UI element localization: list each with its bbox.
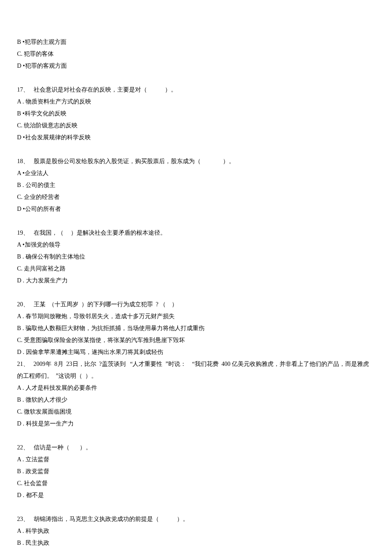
q17-option-c: C. 统治阶级意志的反映 — [17, 120, 375, 132]
q18-option-c: C. 企业的经营者 — [17, 191, 375, 203]
q18-option-b: B . 公司的债主 — [17, 179, 375, 191]
q17-stem: 17、 社会意识是对社会存在的反映，主要是对（ ）。 — [17, 84, 375, 96]
q17-option-a: A . 物质资料生产方式的反映 — [17, 96, 375, 108]
question-16-partial: B •犯罪的主观方面 C. 犯罪的客体 D •犯罪的客观方面 — [17, 36, 375, 72]
q16-option-d: D •犯罪的客观方面 — [17, 60, 375, 72]
question-19: 19、 在我国，（ ）是解决社会主要矛盾的根本途径。 A •加强党的领导 B .… — [17, 227, 375, 287]
question-23: 23、 胡锦涛指出，马克思主义执政党成功的前提是（ ）。 A . 科学执政 B … — [17, 513, 375, 549]
q18-option-a: A •企业法人 — [17, 167, 375, 179]
q23-option-a: A . 科学执政 — [17, 525, 375, 537]
q20-option-d: D . 因偷拿苹果遭摊主喝骂，遂掏出水果刀将其刺成轻伤 — [17, 346, 375, 358]
question-21: 21、 2009年 8月 23日，比尔 ?盖茨谈到 “人才重要性 ”时说： “我… — [17, 358, 375, 430]
spacer — [17, 287, 375, 299]
q21-stem: 21、 2009年 8月 23日，比尔 ?盖茨谈到 “人才重要性 ”时说： “我… — [17, 358, 375, 382]
q22-stem: 22、 信访是一种（ ）。 — [17, 442, 375, 454]
spacer — [17, 430, 375, 442]
q17-option-b: B •科学文化的反映 — [17, 108, 375, 120]
q17-option-d: D •社会发展规律的科学反映 — [17, 132, 375, 144]
question-20: 20、 王某 （十五周岁 ）的下列哪一行为成立犯罪 ? （ ） A . 春节期间… — [17, 299, 375, 358]
q18-stem: 18、 股票是股份公司发给股东的入股凭证，购买股票后，股东成为（ ）。 — [17, 155, 375, 167]
q23-stem: 23、 胡锦涛指出，马克思主义执政党成功的前提是（ ）。 — [17, 513, 375, 525]
q18-option-d: D •公司的所有者 — [17, 203, 375, 215]
q20-option-a: A . 春节期间放鞭炮，导致邻居失火，造成十多万元财产损失 — [17, 311, 375, 322]
q22-option-a: A . 立法监督 — [17, 454, 375, 466]
q21-option-a: A . 人才是科技发展的必要条件 — [17, 382, 375, 394]
question-17: 17、 社会意识是对社会存在的反映，主要是对（ ）。 A . 物质资料生产方式的… — [17, 84, 375, 144]
q22-option-c: C. 社会监督 — [17, 477, 375, 489]
q19-option-c: C. 走共同富裕之路 — [17, 263, 375, 275]
q16-option-b: B •犯罪的主观方面 — [17, 36, 375, 48]
q23-option-b: B . 民主执政 — [17, 537, 375, 549]
q19-option-b: B . 确保公有制的主体地位 — [17, 251, 375, 263]
q19-option-a: A •加强党的领导 — [17, 239, 375, 251]
q22-option-b: B . 政党监督 — [17, 466, 375, 477]
q19-option-d: D . 大力发展生产力 — [17, 275, 375, 287]
question-18: 18、 股票是股份公司发给股东的入股凭证，购买股票后，股东成为（ ）。 A •企… — [17, 155, 375, 215]
q22-option-d: D . 都不是 — [17, 489, 375, 501]
question-22: 22、 信访是一种（ ）。 A . 立法监督 B . 政党监督 C. 社会监督 … — [17, 442, 375, 501]
spacer — [17, 144, 375, 155]
q20-stem: 20、 王某 （十五周岁 ）的下列哪一行为成立犯罪 ? （ ） — [17, 299, 375, 311]
spacer — [17, 72, 375, 84]
q20-option-c: C. 受意图骗取保险金的张某指使，将张某的汽车推到悬崖下毁坏 — [17, 334, 375, 346]
q21-option-b: B . 微软的人才很少 — [17, 394, 375, 406]
spacer — [17, 501, 375, 513]
q19-stem: 19、 在我国，（ ）是解决社会主要矛盾的根本途径。 — [17, 227, 375, 239]
q16-option-c: C. 犯罪的客体 — [17, 48, 375, 60]
q21-option-d: D . 科技是第一生产力 — [17, 418, 375, 430]
q20-option-b: B . 骗取他人数额巨大财物，为抗拒抓捕，当场使用暴力将他人打成重伤 — [17, 322, 375, 334]
q21-option-c: C. 微软发展面临困境 — [17, 406, 375, 418]
spacer — [17, 215, 375, 227]
